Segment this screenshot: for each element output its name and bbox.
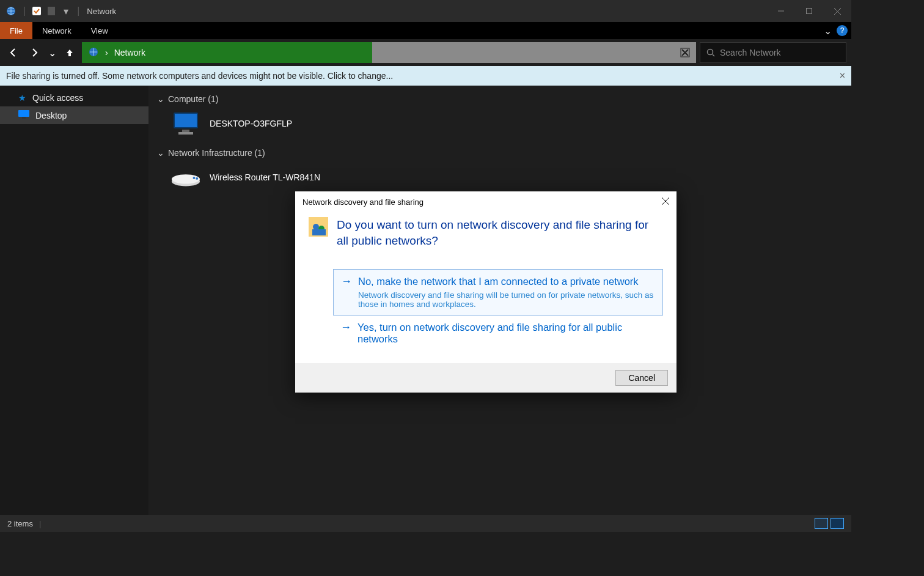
group-header-label: Computer (1) [168, 94, 218, 104]
view-details-button[interactable] [815, 518, 828, 529]
help-icon[interactable]: ? [837, 25, 848, 36]
dialog-close-button[interactable] [662, 196, 669, 207]
quick-access-icon[interactable] [31, 6, 42, 17]
svg-point-23 [313, 224, 319, 230]
arrow-right-icon: → [341, 276, 352, 288]
maximize-button[interactable] [795, 0, 823, 22]
status-item-count: 2 items [7, 519, 33, 528]
up-button[interactable] [61, 44, 78, 61]
list-item[interactable]: DESKTOP-O3FGFLP [157, 108, 843, 146]
back-button[interactable] [5, 44, 22, 61]
chevron-down-icon: ⌄ [157, 148, 164, 158]
separator: | [77, 6, 79, 17]
info-bar[interactable]: File sharing is turned off. Some network… [0, 66, 851, 86]
dialog-title-bar: Network discovery and file sharing [295, 191, 676, 212]
network-discovery-dialog: Network discovery and file sharing Do yo… [295, 191, 676, 393]
title-bar: | ▾ | Network [0, 0, 851, 22]
arrow-right-icon: → [340, 322, 351, 334]
close-button[interactable] [823, 0, 851, 22]
svg-line-10 [713, 54, 714, 56]
svg-point-20 [196, 177, 198, 180]
ribbon-tabs: File Network View ⌄ ? [0, 22, 851, 39]
window-title: Network [87, 7, 116, 16]
people-icon [309, 217, 328, 237]
tab-file[interactable]: File [0, 22, 32, 39]
sidebar-item-quick-access[interactable]: ★ Quick access [0, 89, 148, 106]
quick-access-icon-2[interactable] [46, 6, 57, 17]
svg-rect-15 [182, 130, 189, 132]
chevron-down-icon: ⌄ [157, 94, 164, 104]
list-item-label: DESKTOP-O3FGFLP [210, 119, 292, 128]
address-location[interactable]: Network [114, 48, 145, 57]
option-title: Yes, turn on network discovery and file … [358, 322, 656, 345]
explorer-window: | ▾ | Network File Network View ⌄ ? ⌄ [0, 0, 851, 532]
ribbon-expand-icon[interactable]: ⌄ [824, 25, 832, 37]
sidebar-item-label: Quick access [32, 93, 83, 103]
cancel-button[interactable]: Cancel [615, 370, 668, 386]
info-bar-text: File sharing is turned off. Some network… [6, 71, 393, 81]
navigation-bar: ⌄ › Network Search Network [0, 39, 851, 66]
svg-rect-1 [32, 7, 41, 15]
view-icons-button[interactable] [831, 518, 844, 529]
option-private-network[interactable]: → No, make the network that I am connect… [333, 269, 663, 316]
svg-point-9 [708, 50, 713, 55]
svg-rect-25 [312, 229, 326, 235]
tab-view[interactable]: View [81, 22, 118, 39]
network-icon [88, 46, 99, 59]
svg-rect-2 [48, 7, 55, 15]
sidebar: ★ Quick access Desktop [0, 86, 148, 515]
minimize-button[interactable] [767, 0, 795, 22]
dialog-heading: Do you want to turn on network discovery… [337, 217, 663, 248]
info-bar-close-icon[interactable]: × [840, 70, 845, 81]
option-subtitle: Network discovery and file sharing will … [358, 290, 655, 309]
recent-dropdown-icon[interactable]: ⌄ [46, 44, 57, 61]
quick-access-dropdown-icon[interactable]: ▾ [61, 6, 72, 17]
sidebar-item-label: Desktop [35, 111, 67, 120]
chevron-right-icon[interactable]: › [105, 48, 108, 57]
forward-button[interactable] [26, 44, 43, 61]
star-icon: ★ [18, 93, 26, 103]
search-icon [706, 48, 715, 57]
sidebar-item-desktop[interactable]: Desktop [0, 106, 148, 124]
dialog-title: Network discovery and file sharing [302, 198, 424, 207]
svg-rect-11 [18, 110, 29, 117]
network-icon [5, 5, 17, 17]
search-input[interactable]: Search Network [700, 42, 846, 63]
router-icon [170, 164, 201, 191]
svg-rect-14 [175, 114, 197, 127]
address-bar[interactable]: › Network [82, 42, 696, 63]
separator: | [23, 6, 26, 17]
address-crumb[interactable]: › Network [82, 42, 372, 63]
svg-point-19 [193, 177, 196, 179]
svg-point-18 [172, 174, 200, 183]
monitor-icon [170, 110, 201, 137]
option-public-network[interactable]: → Yes, turn on network discovery and fil… [333, 316, 663, 351]
group-header-computer[interactable]: ⌄ Computer (1) [157, 94, 843, 104]
group-header-label: Network Infrastructure (1) [168, 148, 265, 158]
option-title: No, make the network that I am connected… [358, 276, 639, 287]
svg-rect-4 [807, 9, 812, 14]
refresh-button[interactable] [674, 42, 696, 63]
desktop-icon [18, 110, 29, 120]
search-placeholder: Search Network [720, 48, 781, 57]
list-item-label: Wireless Router TL-WR841N [210, 172, 320, 182]
svg-rect-16 [178, 132, 193, 135]
svg-rect-12 [22, 117, 26, 119]
status-bar: 2 items | [0, 515, 851, 532]
tab-network[interactable]: Network [32, 22, 81, 39]
group-header-network-infrastructure[interactable]: ⌄ Network Infrastructure (1) [157, 148, 843, 158]
